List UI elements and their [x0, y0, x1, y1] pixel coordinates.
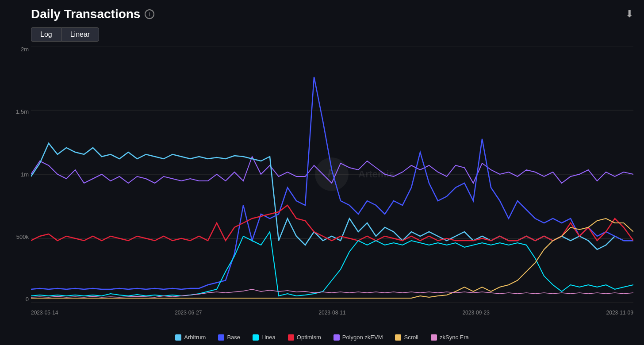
linear-button[interactable]: Linear [61, 27, 99, 42]
download-icon[interactable]: ⬇ [625, 8, 633, 20]
legend-item-zksync: zkSync Era [431, 334, 469, 341]
scale-buttons: Log Linear [31, 27, 633, 42]
optimism-color [288, 334, 294, 341]
chart-area: 2m 1.5m 1m 500k 0 H Artemis [31, 46, 633, 303]
title-row: Daily Transactions i [31, 7, 154, 21]
polygon-color [334, 334, 340, 341]
chart-title: Daily Transactions [31, 7, 140, 21]
y-label-1m: 1m [4, 171, 29, 178]
y-axis: 2m 1.5m 1m 500k 0 [4, 46, 29, 303]
main-chart: H Artemis [31, 46, 633, 303]
arbitrum-color [175, 334, 181, 341]
log-button[interactable]: Log [31, 27, 61, 42]
y-label-2m: 2m [4, 46, 29, 53]
base-color [218, 334, 224, 341]
x-label-sep: 2023-09-23 [462, 310, 489, 316]
polygon-label: Polygon zkEVM [342, 334, 383, 341]
chart-header: Daily Transactions i ⬇ [31, 7, 633, 21]
x-axis: 2023-05-14 2023-06-27 2023-08-11 2023-09… [31, 310, 633, 316]
legend-item-scroll: Scroll [395, 334, 418, 341]
y-label-1-5m: 1.5m [4, 108, 29, 115]
scroll-color [395, 334, 401, 341]
legend-item-linea: Linea [253, 334, 276, 341]
optimism-label: Optimism [297, 334, 321, 341]
zksync-label: zkSync Era [440, 334, 469, 341]
chart-legend: Arbitrum Base Linea Optimism Polygon zkE… [0, 334, 644, 341]
legend-item-optimism: Optimism [288, 334, 321, 341]
legend-item-base: Base [218, 334, 240, 341]
legend-item-arbitrum: Arbitrum [175, 334, 206, 341]
y-label-0: 0 [4, 296, 29, 303]
x-label-may: 2023-05-14 [31, 310, 58, 316]
y-label-500k: 500k [4, 234, 29, 240]
zksync-color [431, 334, 437, 341]
linea-color [253, 334, 259, 341]
info-icon[interactable]: i [145, 9, 154, 19]
x-label-aug: 2023-08-11 [318, 310, 345, 316]
legend-item-polygon: Polygon zkEVM [334, 334, 383, 341]
x-label-nov: 2023-11-09 [606, 310, 633, 316]
base-label: Base [227, 334, 240, 341]
chart-container: Daily Transactions i ⬇ Log Linear 2m 1.5… [0, 0, 644, 345]
svg-text:Artemis: Artemis [358, 169, 395, 180]
scroll-label: Scroll [404, 334, 418, 341]
linea-label: Linea [261, 334, 276, 341]
arbitrum-label: Arbitrum [184, 334, 206, 341]
x-label-jun: 2023-06-27 [175, 310, 202, 316]
